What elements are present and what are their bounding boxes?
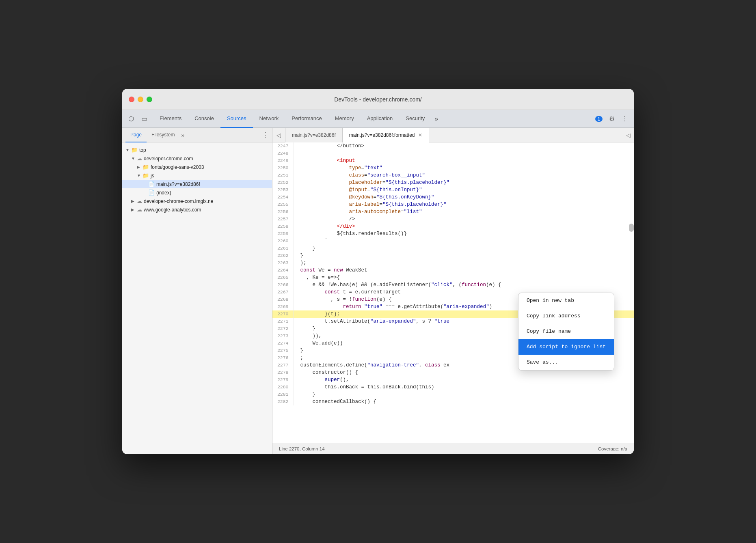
tab-elements[interactable]: Elements [153,110,188,128]
code-line: 2248 [272,150,634,157]
line-number: 2251 [272,172,294,179]
line-code: type="text" [294,164,634,172]
code-line: 2261 } [272,245,634,252]
line-number: 2272 [272,325,294,332]
tree-item-label: fonts/google-sans-v2003 [151,164,204,170]
arrow-icon: ▼ [137,173,143,178]
tree-item-fonts[interactable]: ▶ 📁 fonts/google-sans-v2003 [122,163,272,171]
ctx-add-ignore[interactable]: Add script to ignore list [518,339,614,355]
tab-performance[interactable]: Performance [285,110,328,128]
code-line: 2282 connectedCallback() { [272,398,634,405]
line-number: 2260 [272,237,294,245]
line-number: 2263 [272,259,294,267]
cursor-icon[interactable]: ⬡ [125,113,137,125]
tree-item-label: developer-chrome-com.imgix.ne [144,198,213,204]
device-icon[interactable]: ▭ [138,113,150,125]
tree-item-js[interactable]: ▼ 📁 js [122,171,272,180]
line-code: @input="${this.onInput}" [294,186,634,194]
line-number: 2252 [272,179,294,186]
tab-list: Elements Console Sources Network Perform… [153,110,593,128]
tree-item-top[interactable]: ▼ 📁 top [122,146,272,154]
sidebar-tab-filesystem[interactable]: Filesystem [147,128,179,142]
tab-application[interactable]: Application [361,110,400,128]
sidebar-tab-page[interactable]: Page [125,128,147,142]
line-number: 2278 [272,369,294,376]
line-code: class="search-box__input" [294,172,634,179]
scrollbar[interactable] [629,224,634,232]
close-button[interactable] [129,97,134,102]
tree-item-label: js [151,173,154,179]
editor-collapse-icon[interactable]: ◁ [626,132,631,138]
tree-item-mainjs[interactable]: 📄 main.js?v=e382d86f [122,180,272,188]
code-line: 2254 @keydown="${this.onKeyDown}" [272,194,634,201]
code-line: 2264 const We = new WeakSet [272,267,634,274]
line-number: 2266 [272,281,294,289]
tab-memory[interactable]: Memory [328,110,361,128]
line-code: ` [294,237,634,245]
code-line: 2260 ` [272,237,634,245]
tree-item-label: developer.chrome.com [144,156,193,162]
editor-tabs: ◁ main.js?v=e382d86f main.js?v=e382d86f:… [272,128,634,142]
sidebar-tabs-more[interactable]: » [181,132,184,138]
main-area: Page Filesystem » ⋮ ▼ 📁 top ▼ ☁ develope… [122,128,634,454]
devtools-window: DevTools - developer.chrome.com/ ⬡ ▭ Ele… [122,89,634,454]
devtools-tab-bar: ⬡ ▭ Elements Console Sources Network Per… [122,110,634,128]
ctx-copy-filename[interactable]: Copy file name [518,324,614,339]
editor-tab-label: main.js?v=e382d86f:formatted [349,132,415,138]
file-icon: 📄 [148,190,155,196]
line-code: connectedCallback() { [294,398,634,405]
tab-network[interactable]: Network [253,110,285,128]
notification-button[interactable]: 1 [593,113,605,125]
folder-icon: 📁 [143,172,149,179]
code-line: 2263 ); [272,259,634,267]
tab-more-icon[interactable]: » [431,110,441,128]
tree-item-devchrome[interactable]: ▼ ☁ developer.chrome.com [122,154,272,163]
line-code: <input [294,157,634,164]
line-number: 2253 [272,186,294,194]
maximize-button[interactable] [147,97,152,102]
line-number: 2249 [272,157,294,164]
line-code: /> [294,215,634,223]
tree-item-index[interactable]: 📄 (index) [122,188,272,197]
context-menu: Open in new tab Copy link address Copy f… [518,293,614,371]
line-code: e && !We.has(e) && (e.addEventListener("… [294,281,634,289]
sidebar-menu-icon[interactable]: ⋮ [262,131,269,139]
arrow-icon: ▶ [131,207,137,212]
editor-tab-mainjs[interactable]: main.js?v=e382d86f [285,128,343,142]
code-container[interactable]: 2247 </button> 2248 2249 <input [272,142,634,443]
editor-tab-formatted[interactable]: main.js?v=e382d86f:formatted ✕ [343,128,429,142]
line-number: 2247 [272,142,294,150]
code-line: 2259 ${this.renderResults()} [272,230,634,237]
line-number: 2270 [272,310,294,318]
tree-item-imgix[interactable]: ▶ ☁ developer-chrome-com.imgix.ne [122,197,272,205]
minimize-button[interactable] [138,97,143,102]
line-number: 2265 [272,274,294,281]
line-number: 2261 [272,245,294,252]
tab-close-icon[interactable]: ✕ [418,132,422,138]
tree-item-analytics[interactable]: ▶ ☁ www.google-analytics.com [122,205,272,214]
coverage-status: Coverage: n/a [598,446,627,451]
tab-console[interactable]: Console [188,110,220,128]
more-options-icon[interactable]: ⋮ [619,113,631,125]
code-line: 2280 this.onBack = this.onBack.bind(this… [272,384,634,391]
ctx-copy-link[interactable]: Copy link address [518,308,614,324]
line-number: 2271 [272,318,294,325]
code-line: 2249 <input [272,157,634,164]
line-number: 2262 [272,252,294,259]
line-number: 2259 [272,230,294,237]
line-number: 2255 [272,201,294,208]
folder-icon: 📁 [143,164,149,170]
line-number: 2277 [272,362,294,369]
ctx-save-as[interactable]: Save as... [518,355,614,370]
settings-icon[interactable]: ⚙ [606,113,618,125]
ctx-open-new-tab[interactable]: Open in new tab [518,293,614,308]
line-number: 2282 [272,398,294,405]
tab-security[interactable]: Security [399,110,431,128]
toolbar-icons: ⬡ ▭ [125,113,150,125]
line-number: 2268 [272,296,294,303]
line-code: super(), [294,376,634,384]
tab-sources[interactable]: Sources [220,110,253,128]
editor-back-icon[interactable]: ◁ [272,128,285,142]
code-line: 2279 super(), [272,376,634,384]
code-line: 2257 /> [272,215,634,223]
